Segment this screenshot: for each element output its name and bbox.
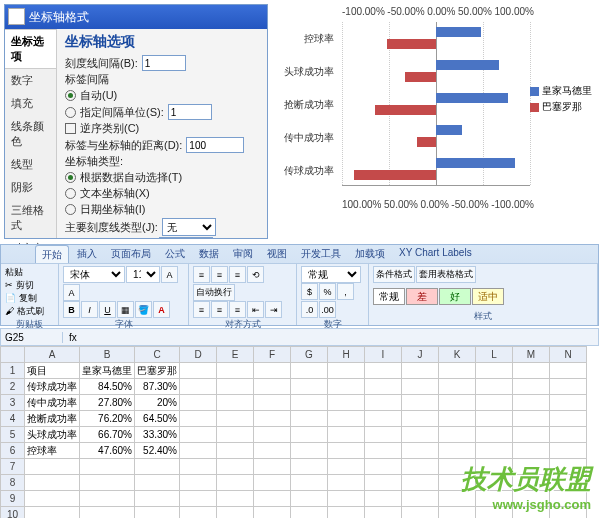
bar-segment[interactable] [436, 158, 515, 168]
cell[interactable] [217, 379, 254, 395]
font-color-button[interactable]: A [153, 301, 170, 318]
cell[interactable] [365, 427, 402, 443]
border-button[interactable]: ▦ [117, 301, 134, 318]
cell[interactable] [365, 411, 402, 427]
cell[interactable]: 传球成功率 [25, 379, 80, 395]
cell[interactable]: 76.20% [80, 411, 135, 427]
cell[interactable] [25, 475, 80, 491]
cell[interactable] [365, 363, 402, 379]
cell[interactable] [254, 475, 291, 491]
cell[interactable] [513, 411, 550, 427]
paste-button[interactable]: 粘贴 [5, 266, 54, 279]
cell[interactable] [402, 459, 439, 475]
cell[interactable] [550, 459, 587, 475]
cell[interactable] [439, 475, 476, 491]
cell-style-neutral[interactable]: 适中 [472, 288, 504, 305]
cell[interactable] [328, 475, 365, 491]
cell[interactable] [550, 411, 587, 427]
cell[interactable]: 33.30% [135, 427, 180, 443]
ribbon-tab-view[interactable]: 视图 [261, 245, 293, 263]
cell[interactable] [476, 491, 513, 507]
cell[interactable] [254, 395, 291, 411]
font-size-select[interactable]: 11 [126, 266, 160, 283]
cell[interactable] [80, 459, 135, 475]
cell[interactable] [328, 507, 365, 519]
cell[interactable] [180, 459, 217, 475]
cell-style-normal[interactable]: 常规 [373, 288, 405, 305]
percent-button[interactable]: % [319, 283, 336, 300]
bar-segment[interactable] [436, 27, 481, 37]
cell[interactable] [365, 491, 402, 507]
fx-icon[interactable]: fx [63, 332, 83, 343]
cell[interactable] [439, 395, 476, 411]
tab-3d[interactable]: 三维格式 [5, 199, 56, 237]
wrap-button[interactable]: 自动换行 [193, 284, 235, 301]
tab-axis-options[interactable]: 坐标选项 [5, 29, 56, 69]
tab-line-color[interactable]: 线条颜色 [5, 115, 56, 153]
cell[interactable] [513, 395, 550, 411]
cell[interactable] [365, 507, 402, 519]
cell[interactable] [80, 507, 135, 519]
tab-fill[interactable]: 填充 [5, 92, 56, 115]
ribbon-tab-data[interactable]: 数据 [193, 245, 225, 263]
cell[interactable] [328, 459, 365, 475]
cell[interactable]: 66.70% [80, 427, 135, 443]
bar-segment[interactable] [387, 39, 436, 49]
cell[interactable] [476, 443, 513, 459]
cell[interactable] [135, 491, 180, 507]
ribbon-tab-addin[interactable]: 加载项 [349, 245, 391, 263]
cell[interactable] [476, 427, 513, 443]
tick-interval-input[interactable] [142, 55, 186, 71]
shrink-font-button[interactable]: A [63, 284, 80, 301]
radio-auto[interactable] [65, 90, 76, 101]
cell[interactable] [80, 475, 135, 491]
cell[interactable] [217, 459, 254, 475]
indent-inc-button[interactable]: ⇥ [265, 301, 282, 318]
tab-shadow[interactable]: 阴影 [5, 176, 56, 199]
cell[interactable] [180, 379, 217, 395]
cell[interactable]: 项目 [25, 363, 80, 379]
cell[interactable]: 47.60% [80, 443, 135, 459]
bar-segment[interactable] [436, 93, 508, 103]
cell[interactable] [402, 427, 439, 443]
cell[interactable] [402, 475, 439, 491]
cell[interactable] [439, 443, 476, 459]
cell[interactable] [291, 395, 328, 411]
inc-dec-button[interactable]: .0 [301, 301, 318, 318]
indent-dec-button[interactable]: ⇤ [247, 301, 264, 318]
cell[interactable] [254, 363, 291, 379]
cell[interactable] [25, 507, 80, 519]
cell[interactable] [135, 507, 180, 519]
ribbon-tab-formula[interactable]: 公式 [159, 245, 191, 263]
cell[interactable] [550, 443, 587, 459]
cell[interactable] [328, 363, 365, 379]
cell[interactable] [254, 427, 291, 443]
underline-button[interactable]: U [99, 301, 116, 318]
ribbon-tab-dev[interactable]: 开发工具 [295, 245, 347, 263]
cell[interactable] [402, 507, 439, 519]
cell[interactable] [476, 507, 513, 519]
cell[interactable] [217, 475, 254, 491]
cell[interactable] [365, 379, 402, 395]
diverging-bar-chart[interactable]: -100.00% -50.00% 0.00% 50.00% 100.00% 控球… [278, 4, 594, 214]
bar-segment[interactable] [417, 137, 436, 147]
cell[interactable] [365, 459, 402, 475]
cell[interactable]: 巴塞罗那 [135, 363, 180, 379]
cond-format-button[interactable]: 条件格式 [373, 266, 415, 283]
cell[interactable] [217, 491, 254, 507]
cell[interactable] [80, 491, 135, 507]
axis-dist-input[interactable] [186, 137, 244, 153]
cell[interactable] [439, 507, 476, 519]
cell[interactable] [402, 443, 439, 459]
cell[interactable] [513, 507, 550, 519]
cell[interactable] [439, 491, 476, 507]
cell[interactable] [328, 427, 365, 443]
cell[interactable] [254, 491, 291, 507]
cell[interactable] [476, 395, 513, 411]
font-name-select[interactable]: 宋体 [63, 266, 125, 283]
cell[interactable] [439, 459, 476, 475]
worksheet[interactable]: ABCDEFGHIJKLMN1项目皇家马德里巴塞罗那2传球成功率84.50%87… [0, 346, 599, 518]
cell[interactable] [550, 507, 587, 519]
cell[interactable] [402, 491, 439, 507]
cell[interactable] [439, 427, 476, 443]
